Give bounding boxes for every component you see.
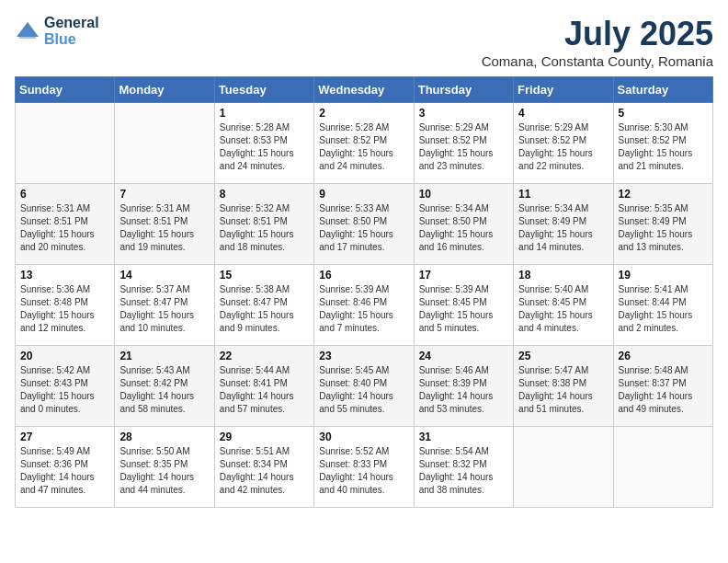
calendar-cell: 4Sunrise: 5:29 AM Sunset: 8:52 PM Daylig… (514, 103, 613, 184)
day-number: 16 (319, 269, 408, 282)
day-number: 12 (619, 188, 708, 201)
day-number: 15 (220, 269, 309, 282)
day-number: 29 (220, 431, 309, 443)
calendar-cell: 23Sunrise: 5:45 AM Sunset: 8:40 PM Dayli… (314, 346, 414, 427)
cell-info: Sunrise: 5:50 AM Sunset: 8:35 PM Dayligh… (119, 445, 209, 497)
calendar-cell: 7Sunrise: 5:31 AM Sunset: 8:51 PM Daylig… (115, 184, 214, 265)
calendar-cell: 20Sunrise: 5:42 AM Sunset: 8:43 PM Dayli… (16, 346, 115, 427)
day-number: 26 (619, 350, 708, 362)
cell-info: Sunrise: 5:49 AM Sunset: 8:36 PM Dayligh… (20, 445, 109, 497)
day-number: 13 (20, 269, 109, 282)
month-title: July 2025 (482, 15, 713, 53)
day-number: 11 (518, 188, 608, 201)
logo-text: General Blue (44, 15, 99, 48)
cell-info: Sunrise: 5:28 AM Sunset: 8:52 PM Dayligh… (319, 121, 408, 173)
page-header: General Blue July 2025 Comana, Constanta… (15, 15, 713, 69)
cell-info: Sunrise: 5:34 AM Sunset: 8:49 PM Dayligh… (518, 202, 608, 254)
day-number: 27 (20, 431, 109, 443)
day-number: 28 (119, 431, 209, 443)
cell-info: Sunrise: 5:46 AM Sunset: 8:39 PM Dayligh… (419, 364, 508, 416)
cell-info: Sunrise: 5:47 AM Sunset: 8:38 PM Dayligh… (518, 364, 608, 416)
week-row-3: 13Sunrise: 5:36 AM Sunset: 8:48 PM Dayli… (16, 265, 713, 346)
calendar-cell: 31Sunrise: 5:54 AM Sunset: 8:32 PM Dayli… (414, 427, 513, 508)
calendar-cell (514, 427, 613, 508)
day-number: 30 (319, 431, 408, 443)
calendar-cell: 25Sunrise: 5:47 AM Sunset: 8:38 PM Dayli… (514, 346, 613, 427)
calendar-cell: 24Sunrise: 5:46 AM Sunset: 8:39 PM Dayli… (414, 346, 513, 427)
cell-info: Sunrise: 5:43 AM Sunset: 8:42 PM Dayligh… (119, 364, 209, 416)
calendar-cell: 14Sunrise: 5:37 AM Sunset: 8:47 PM Dayli… (115, 265, 214, 346)
calendar-cell: 6Sunrise: 5:31 AM Sunset: 8:51 PM Daylig… (16, 184, 115, 265)
day-number: 25 (518, 350, 608, 362)
logo: General Blue (15, 15, 99, 48)
cell-info: Sunrise: 5:40 AM Sunset: 8:45 PM Dayligh… (518, 283, 608, 335)
location-subtitle: Comana, Constanta County, Romania (482, 53, 713, 69)
title-block: July 2025 Comana, Constanta County, Roma… (482, 15, 713, 69)
cell-info: Sunrise: 5:52 AM Sunset: 8:33 PM Dayligh… (319, 445, 408, 497)
cell-info: Sunrise: 5:44 AM Sunset: 8:41 PM Dayligh… (220, 364, 309, 416)
day-number: 1 (220, 107, 309, 120)
col-header-sunday: Sunday (16, 77, 115, 103)
calendar-cell: 19Sunrise: 5:41 AM Sunset: 8:44 PM Dayli… (613, 265, 712, 346)
col-header-tuesday: Tuesday (214, 77, 313, 103)
calendar-cell: 16Sunrise: 5:39 AM Sunset: 8:46 PM Dayli… (314, 265, 414, 346)
calendar-body: 1Sunrise: 5:28 AM Sunset: 8:53 PM Daylig… (16, 103, 713, 508)
cell-info: Sunrise: 5:36 AM Sunset: 8:48 PM Dayligh… (20, 283, 109, 335)
day-number: 2 (319, 107, 408, 120)
cell-info: Sunrise: 5:34 AM Sunset: 8:50 PM Dayligh… (419, 202, 508, 254)
cell-info: Sunrise: 5:37 AM Sunset: 8:47 PM Dayligh… (119, 283, 209, 335)
cell-info: Sunrise: 5:51 AM Sunset: 8:34 PM Dayligh… (220, 445, 309, 497)
calendar-cell: 21Sunrise: 5:43 AM Sunset: 8:42 PM Dayli… (115, 346, 214, 427)
day-number: 8 (220, 188, 309, 201)
col-header-saturday: Saturday (613, 77, 712, 103)
cell-info: Sunrise: 5:42 AM Sunset: 8:43 PM Dayligh… (20, 364, 109, 416)
col-header-friday: Friday (514, 77, 613, 103)
calendar-cell: 28Sunrise: 5:50 AM Sunset: 8:35 PM Dayli… (115, 427, 214, 508)
day-number: 9 (319, 188, 408, 201)
calendar-cell: 8Sunrise: 5:32 AM Sunset: 8:51 PM Daylig… (214, 184, 313, 265)
cell-info: Sunrise: 5:39 AM Sunset: 8:46 PM Dayligh… (319, 283, 408, 335)
week-row-5: 27Sunrise: 5:49 AM Sunset: 8:36 PM Dayli… (16, 427, 713, 508)
logo-icon (15, 18, 40, 44)
day-number: 19 (619, 269, 708, 282)
calendar-cell (16, 103, 115, 184)
calendar-cell: 12Sunrise: 5:35 AM Sunset: 8:49 PM Dayli… (613, 184, 712, 265)
cell-info: Sunrise: 5:31 AM Sunset: 8:51 PM Dayligh… (20, 202, 109, 254)
cell-info: Sunrise: 5:38 AM Sunset: 8:47 PM Dayligh… (220, 283, 309, 335)
day-number: 14 (119, 269, 209, 282)
calendar-cell: 26Sunrise: 5:48 AM Sunset: 8:37 PM Dayli… (613, 346, 712, 427)
calendar-header: SundayMondayTuesdayWednesdayThursdayFrid… (16, 77, 713, 103)
col-header-wednesday: Wednesday (314, 77, 414, 103)
calendar-cell: 17Sunrise: 5:39 AM Sunset: 8:45 PM Dayli… (414, 265, 513, 346)
cell-info: Sunrise: 5:32 AM Sunset: 8:51 PM Dayligh… (220, 202, 309, 254)
cell-info: Sunrise: 5:29 AM Sunset: 8:52 PM Dayligh… (419, 121, 508, 173)
calendar-cell: 27Sunrise: 5:49 AM Sunset: 8:36 PM Dayli… (16, 427, 115, 508)
day-number: 24 (419, 350, 508, 362)
calendar-cell: 15Sunrise: 5:38 AM Sunset: 8:47 PM Dayli… (214, 265, 313, 346)
calendar-cell: 10Sunrise: 5:34 AM Sunset: 8:50 PM Dayli… (414, 184, 513, 265)
col-header-thursday: Thursday (414, 77, 513, 103)
day-number: 17 (419, 269, 508, 282)
cell-info: Sunrise: 5:41 AM Sunset: 8:44 PM Dayligh… (619, 283, 708, 335)
calendar-cell: 11Sunrise: 5:34 AM Sunset: 8:49 PM Dayli… (514, 184, 613, 265)
calendar-cell: 3Sunrise: 5:29 AM Sunset: 8:52 PM Daylig… (414, 103, 513, 184)
calendar-cell: 30Sunrise: 5:52 AM Sunset: 8:33 PM Dayli… (314, 427, 414, 508)
cell-info: Sunrise: 5:54 AM Sunset: 8:32 PM Dayligh… (419, 445, 508, 497)
day-number: 22 (220, 350, 309, 362)
day-number: 4 (518, 107, 608, 120)
week-row-2: 6Sunrise: 5:31 AM Sunset: 8:51 PM Daylig… (16, 184, 713, 265)
calendar-cell: 2Sunrise: 5:28 AM Sunset: 8:52 PM Daylig… (314, 103, 414, 184)
day-number: 3 (419, 107, 508, 120)
col-header-monday: Monday (115, 77, 214, 103)
day-number: 6 (20, 188, 109, 201)
week-row-4: 20Sunrise: 5:42 AM Sunset: 8:43 PM Dayli… (16, 346, 713, 427)
cell-info: Sunrise: 5:30 AM Sunset: 8:52 PM Dayligh… (619, 121, 708, 173)
calendar-cell (613, 427, 712, 508)
week-row-1: 1Sunrise: 5:28 AM Sunset: 8:53 PM Daylig… (16, 103, 713, 184)
cell-info: Sunrise: 5:33 AM Sunset: 8:50 PM Dayligh… (319, 202, 408, 254)
calendar-cell: 5Sunrise: 5:30 AM Sunset: 8:52 PM Daylig… (613, 103, 712, 184)
day-number: 20 (20, 350, 109, 362)
calendar-cell: 22Sunrise: 5:44 AM Sunset: 8:41 PM Dayli… (214, 346, 313, 427)
calendar-table: SundayMondayTuesdayWednesdayThursdayFrid… (15, 76, 713, 508)
day-number: 31 (419, 431, 508, 443)
